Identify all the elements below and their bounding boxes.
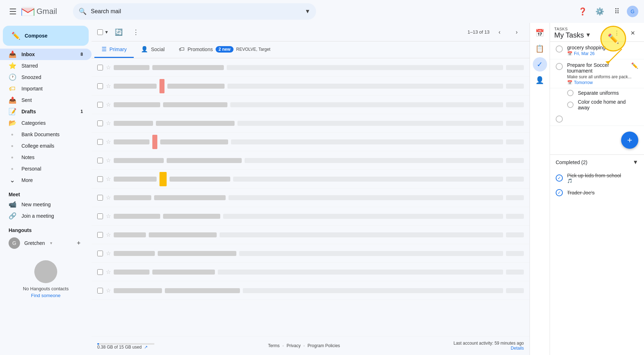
search-input[interactable] xyxy=(91,8,300,15)
star-icon[interactable]: ☆ xyxy=(106,101,111,108)
table-row[interactable]: ☆ xyxy=(92,263,530,281)
star-icon[interactable]: ☆ xyxy=(106,64,111,71)
sidebar-item-drafts[interactable]: 📝 Drafts 1 xyxy=(0,106,92,117)
next-page-button[interactable]: › xyxy=(510,25,524,39)
terms-link[interactable]: Terms xyxy=(268,343,280,348)
table-row[interactable]: ☆ xyxy=(92,281,530,300)
sidebar-item-inbox[interactable]: 📥 Inbox 8 xyxy=(0,49,92,60)
select-all-checkbox[interactable] xyxy=(97,29,103,35)
refresh-button[interactable]: 🔄 xyxy=(112,25,126,39)
email-checkbox[interactable] xyxy=(97,102,103,108)
tasks-close-button[interactable]: ✕ xyxy=(625,26,640,40)
more-options-button[interactable]: ⋮ xyxy=(129,25,143,39)
search-dropdown-icon[interactable]: ▼ xyxy=(305,8,310,15)
search-bar[interactable]: 🔍 ▼ xyxy=(73,3,316,20)
select-dropdown-icon[interactable]: ▼ xyxy=(104,30,109,35)
find-someone-link[interactable]: Find someone xyxy=(31,293,60,298)
sidebar-item-more[interactable]: ⌄ More xyxy=(0,174,92,186)
apps-button[interactable]: ⠿ xyxy=(610,4,624,19)
table-row[interactable]: ☆ xyxy=(92,226,530,244)
prev-page-button[interactable]: ‹ xyxy=(492,25,507,39)
sidebar-item-personal[interactable]: ● Personal xyxy=(0,163,92,174)
email-checkbox[interactable] xyxy=(97,195,103,201)
star-icon[interactable]: ☆ xyxy=(106,83,111,89)
email-checkbox[interactable] xyxy=(97,251,103,256)
tab-promotions[interactable]: 🏷 Promotions 2 new REVOLVE, Target xyxy=(172,41,277,58)
storage-text: 0.38 GB of 15 GB used xyxy=(97,345,142,350)
hangouts-user[interactable]: G Gretchen ▾ + xyxy=(0,235,92,252)
completed-checkbox-trader[interactable]: ✓ xyxy=(556,189,563,196)
completed-item-kids: ✓ Pick up kids from school 🎵 xyxy=(550,170,644,186)
star-icon[interactable]: ☆ xyxy=(106,268,111,275)
manage-storage-icon[interactable]: ↗ xyxy=(144,345,148,350)
table-row[interactable]: ☆ xyxy=(92,58,530,77)
sidebar-item-notes[interactable]: ● Notes xyxy=(0,152,92,163)
tab-primary[interactable]: ☰ Primary xyxy=(94,41,134,58)
email-checkbox[interactable] xyxy=(97,65,103,70)
sidebar-item-categories[interactable]: 📂 Categories xyxy=(0,117,92,129)
star-icon[interactable]: ☆ xyxy=(106,138,111,145)
tasks-title-chevron[interactable]: ▼ xyxy=(585,32,591,38)
help-button[interactable]: ❓ xyxy=(575,4,590,19)
table-row[interactable]: ☆ xyxy=(92,95,530,114)
table-row[interactable]: ☆ xyxy=(92,151,530,170)
email-checkbox[interactable] xyxy=(97,213,103,219)
task-checkbox-empty[interactable] xyxy=(556,115,563,123)
table-row[interactable]: ☆ xyxy=(92,133,530,151)
tab-social[interactable]: 👤 Social xyxy=(134,41,172,58)
calendar-panel-icon[interactable]: 📅 xyxy=(533,26,547,40)
sidebar-item-bank-documents[interactable]: ● Bank Documents xyxy=(0,129,92,140)
tasks-panel-icon[interactable]: ✓ xyxy=(533,57,547,72)
table-row[interactable]: ☆ xyxy=(92,188,530,207)
compose-button[interactable]: ✏️ Compose xyxy=(3,26,89,46)
sidebar-item-sent[interactable]: 📤 Sent xyxy=(0,94,92,106)
star-icon[interactable]: ☆ xyxy=(106,213,111,220)
completed-checkbox-kids[interactable]: ✓ xyxy=(556,174,563,182)
subtask-checkbox-separate[interactable] xyxy=(567,90,574,96)
star-icon[interactable]: ☆ xyxy=(106,231,111,238)
add-hangout-button[interactable]: + xyxy=(74,239,83,247)
privacy-link[interactable]: Privacy xyxy=(286,343,300,348)
table-row[interactable]: ☆ xyxy=(92,77,530,95)
email-checkbox[interactable] xyxy=(97,120,103,126)
program-policies-link[interactable]: Program Policies xyxy=(308,343,340,348)
star-icon[interactable]: ☆ xyxy=(106,157,111,164)
star-icon[interactable]: ☆ xyxy=(106,194,111,201)
sender-placeholder xyxy=(114,102,160,107)
table-row[interactable]: ☆ xyxy=(92,114,530,133)
table-row[interactable]: ☆ xyxy=(92,170,530,188)
star-icon[interactable]: ☆ xyxy=(106,287,111,294)
table-row[interactable]: ☆ xyxy=(92,244,530,263)
email-checkbox[interactable] xyxy=(97,83,103,89)
sidebar-item-starred[interactable]: ⭐ Starred xyxy=(0,60,92,72)
settings-button[interactable]: ⚙️ xyxy=(593,4,607,19)
sidebar-item-important[interactable]: 🏷 Important xyxy=(0,83,92,94)
subtask-checkbox-color-code[interactable] xyxy=(567,102,574,108)
sidebar-item-snoozed[interactable]: 🕐 Snoozed xyxy=(0,72,92,83)
account-avatar[interactable]: G xyxy=(627,6,638,17)
email-checkbox[interactable] xyxy=(97,158,103,163)
star-icon[interactable]: ☆ xyxy=(106,176,111,182)
task-checkbox-soccer[interactable] xyxy=(556,63,563,70)
add-task-button[interactable]: + xyxy=(621,132,638,149)
table-row[interactable]: ☆ xyxy=(92,207,530,226)
contacts-panel-icon[interactable]: 👤 xyxy=(533,73,547,87)
task-edit-button[interactable]: ✏️ xyxy=(631,62,638,69)
sidebar-item-new-meeting[interactable]: 📹 New meeting xyxy=(0,199,92,210)
details-link[interactable]: Details xyxy=(511,346,524,351)
sidebar-item-college-emails[interactable]: ● College emails xyxy=(0,140,92,152)
star-icon[interactable]: ☆ xyxy=(106,250,111,257)
email-checkbox[interactable] xyxy=(97,269,103,275)
sidebar-item-join-meeting[interactable]: 🔗 Join a meeting xyxy=(0,210,92,222)
hamburger-button[interactable] xyxy=(6,4,20,19)
sidebar-item-label-categories: Categories xyxy=(21,120,46,126)
email-checkbox[interactable] xyxy=(97,288,103,294)
completed-header[interactable]: Completed (2) ▼ xyxy=(550,155,644,170)
email-checkbox[interactable] xyxy=(97,176,103,182)
notes-panel-icon[interactable]: 📋 xyxy=(533,41,547,56)
task-subtask-separate: Separate uniforms xyxy=(550,88,644,98)
email-checkbox[interactable] xyxy=(97,139,103,145)
star-icon[interactable]: ☆ xyxy=(106,120,111,127)
task-checkbox-grocery[interactable] xyxy=(556,45,563,53)
email-checkbox[interactable] xyxy=(97,232,103,238)
